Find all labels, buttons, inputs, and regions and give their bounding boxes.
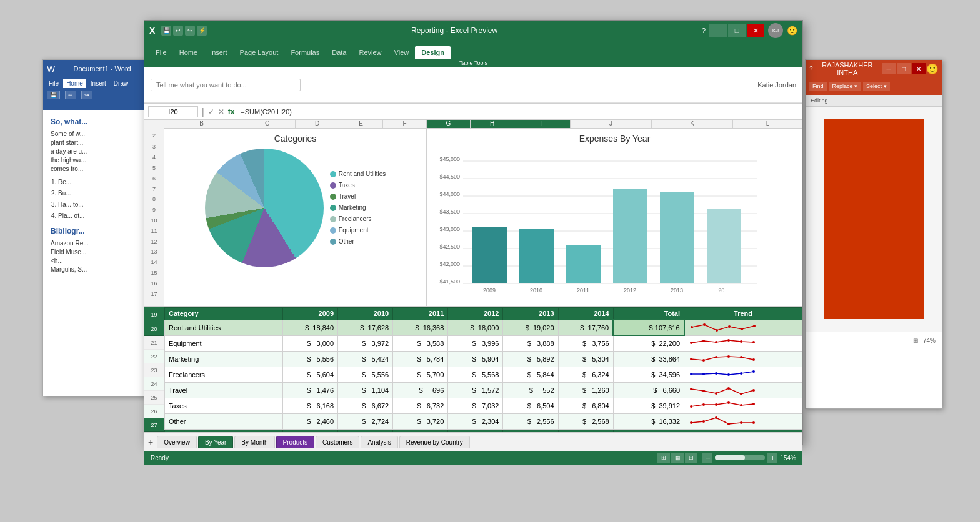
- svg-point-23: [752, 370, 755, 373]
- ppt-close-btn[interactable]: ✕: [912, 63, 926, 74]
- excel-save-btn[interactable]: 💾: [161, 26, 171, 36]
- svg-point-4: [741, 328, 743, 330]
- legend-taxes: Taxes: [330, 180, 386, 191]
- td-mktg-category: Marketing: [165, 351, 283, 367]
- ribbon-tab-data[interactable]: Data: [326, 46, 352, 59]
- ribbon-tab-view[interactable]: View: [388, 46, 416, 59]
- svg-point-36: [690, 421, 692, 424]
- zoom-out-btn[interactable]: ─: [702, 453, 712, 463]
- word-tab-draw[interactable]: Draw: [111, 79, 131, 88]
- td-rent-trend: [684, 320, 802, 335]
- formula-sep: |: [202, 107, 204, 117]
- td-other-2010: $ 2,724: [338, 413, 393, 429]
- legend-freelancers: Freelancers: [330, 214, 386, 225]
- sheet-tab-overview[interactable]: Overview: [157, 436, 197, 448]
- row-num-span: 6: [144, 175, 164, 182]
- sheet-tab-customers[interactable]: Customers: [316, 436, 359, 448]
- excel-titlebar: X 💾 ↩ ↪ ⚡ Reporting - Excel Preview ? ─ …: [144, 21, 802, 41]
- svg-point-34: [740, 404, 742, 406]
- ribbon-tab-design[interactable]: Design: [415, 46, 451, 59]
- ribbon-tab-pagelayout[interactable]: Page Layout: [234, 46, 285, 59]
- word-tab-insert[interactable]: Insert: [88, 79, 109, 88]
- table-header-row: Category 2009 2010 2011 2012 2013 2014 T…: [165, 308, 802, 320]
- page-break-btn[interactable]: ⊟: [685, 453, 698, 463]
- zoom-in-btn[interactable]: +: [768, 453, 778, 463]
- zoom-slider[interactable]: [715, 455, 765, 460]
- formula-check-icon[interactable]: ✓: [208, 107, 214, 116]
- excel-close-btn[interactable]: ✕: [747, 24, 764, 37]
- search-input[interactable]: [151, 79, 301, 91]
- td-total-2009: $ 43,104: [282, 429, 338, 432]
- sheet-tab-analysis[interactable]: Analysis: [361, 436, 398, 448]
- excel-restore-btn[interactable]: □: [728, 24, 746, 37]
- zoom-controls: ─ + 154%: [702, 453, 796, 463]
- ribbon-tab-file[interactable]: File: [149, 46, 173, 59]
- table-row-22: Marketing $ 5,556 $ 5,424 $ 5,784 $ 5,90…: [165, 351, 802, 367]
- legend-equipment: Equipment: [330, 225, 386, 236]
- excel-title-icons: X 💾 ↩ ↪ ⚡: [149, 26, 207, 36]
- svg-point-6: [690, 342, 692, 344]
- word-undo-btn[interactable]: ↩: [65, 91, 76, 99]
- formula-cancel-icon[interactable]: ✕: [218, 107, 224, 116]
- ribbon-tab-insert[interactable]: Insert: [204, 46, 234, 59]
- td-free-2013: $ 5,844: [503, 367, 558, 382]
- sparkline-equip: [688, 337, 763, 348]
- normal-view-btn[interactable]: ⊞: [658, 453, 670, 463]
- ppt-tab-replace[interactable]: Replace ▾: [829, 82, 861, 91]
- user-emoji: 🙂: [787, 26, 798, 36]
- td-other-trend: [684, 413, 802, 429]
- ppt-tab-select[interactable]: Select ▾: [863, 82, 890, 91]
- td-tax-total: $ 39,912: [613, 398, 684, 413]
- ppt-maximize-btn[interactable]: □: [897, 63, 911, 74]
- ribbon-tab-review[interactable]: Review: [352, 46, 388, 59]
- ribbon-tab-home[interactable]: Home: [173, 46, 204, 59]
- td-equip-2014: $ 3,756: [558, 335, 613, 351]
- td-rent-2014: $ 17,760: [558, 320, 613, 335]
- ppt-tab-find[interactable]: Find: [809, 82, 827, 91]
- excel-undo-btn[interactable]: ↩: [173, 26, 183, 36]
- ppt-minimize-btn[interactable]: ─: [882, 63, 896, 74]
- ribbon-tab-formulas[interactable]: Formulas: [284, 46, 326, 59]
- word-save-btn[interactable]: 💾: [47, 91, 60, 99]
- word-tab-home[interactable]: Home: [63, 79, 86, 88]
- svg-point-15: [728, 355, 730, 358]
- row-num-span: 7: [144, 186, 164, 192]
- table-row-26: Other $ 2,460 $ 2,724 $ 3,720 $ 2,304 $ …: [165, 413, 802, 429]
- sheet-tab-bymonth[interactable]: By Month: [234, 436, 274, 448]
- excel-help-icon[interactable]: ?: [702, 27, 706, 34]
- td-tax-2013: $ 6,504: [503, 398, 558, 413]
- word-tab-file[interactable]: File: [46, 79, 62, 88]
- formula-fx-icon[interactable]: fx: [228, 107, 235, 116]
- td-tax-2011: $ 6,732: [393, 398, 448, 413]
- sheet-tab-byyear[interactable]: By Year: [198, 436, 233, 448]
- bar-2011: [566, 245, 601, 283]
- view-buttons: ⊞ ▦ ⊟: [658, 453, 698, 463]
- td-travel-category: Travel: [165, 382, 283, 398]
- word-window-title: Document1 - Word: [58, 65, 147, 72]
- row-num-span: 17: [144, 291, 164, 297]
- th-2009: 2009: [282, 308, 338, 320]
- col-header-row: B C D E F G H I J K L: [164, 120, 802, 129]
- table-row-20: Rent and Utilities $ 18,840 $ 17,628 $ 1…: [165, 320, 802, 335]
- page-view-btn[interactable]: ▦: [671, 453, 684, 463]
- svg-point-27: [728, 387, 730, 390]
- excel-redo-btn[interactable]: ↪: [185, 26, 195, 36]
- td-rent-2009: $ 18,840: [282, 320, 338, 335]
- word-redo-btn[interactable]: ↪: [81, 91, 92, 99]
- ppt-footer: ⊞ 74%: [806, 332, 942, 349]
- ppt-window-title: RAJASHAKHER INTHA: [813, 61, 882, 76]
- ppt-editing-label: Editing: [806, 95, 942, 107]
- excel-minimize-btn[interactable]: ─: [709, 24, 727, 37]
- th-total: Total: [613, 308, 684, 320]
- add-sheet-btn[interactable]: +: [148, 437, 153, 447]
- excel-quick-btn[interactable]: ⚡: [197, 26, 207, 36]
- td-tax-2012: $ 7,032: [448, 398, 503, 413]
- td-equip-trend: [684, 335, 802, 351]
- sheet-tab-products[interactable]: Products: [276, 436, 314, 448]
- sheet-tab-revenue[interactable]: Revenue by Country: [399, 436, 470, 448]
- expenses-chart-title: Expenses By Year: [432, 134, 798, 144]
- td-rent-total[interactable]: $ 107,616: [613, 320, 684, 335]
- name-box[interactable]: [148, 106, 198, 117]
- excel-window: X 💾 ↩ ↪ ⚡ Reporting - Excel Preview ? ─ …: [144, 20, 803, 445]
- categories-chart-title: Categories: [169, 134, 421, 144]
